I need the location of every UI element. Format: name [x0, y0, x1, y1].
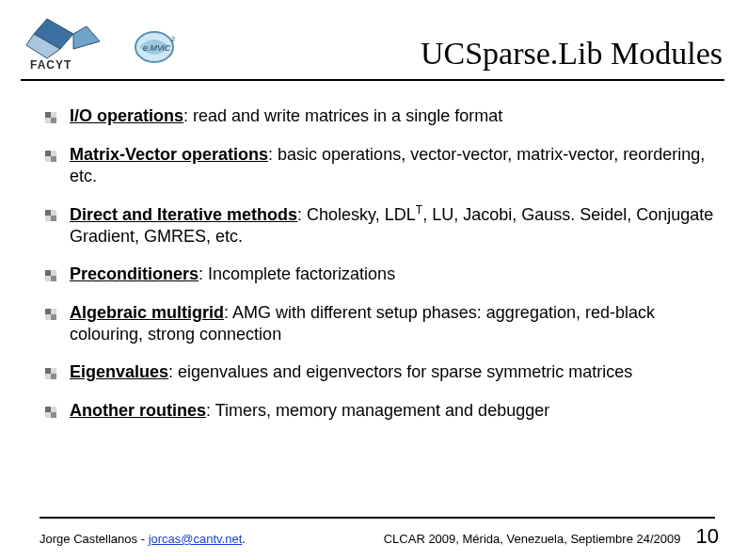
svg-rect-21: [51, 314, 56, 320]
list-item-text: Matrix-Vector operations: basic operatio…: [70, 144, 719, 186]
footer-line: [40, 517, 715, 519]
item-heading-underline: I/O operations: [70, 106, 183, 125]
bullet-icon: [45, 268, 56, 285]
author-email-link[interactable]: jorcas@cantv.net: [149, 532, 243, 546]
list-item: Preconditioners: Incomplete factorizatio…: [45, 264, 719, 285]
list-item-text: Another routines: Timers, memory managem…: [70, 400, 549, 422]
list-item: Eigenvalues: eigenvalues and eigenvector…: [45, 361, 719, 383]
slide-footer: Jorge Castellanos - jorcas@cantv.net. CL…: [0, 524, 747, 549]
item-heading: Matrix-Vector operations: [70, 145, 268, 164]
svg-text:e.MViC: e.MViC: [143, 43, 171, 53]
svg-marker-1: [73, 26, 100, 49]
item-heading: Another routines: [70, 401, 206, 420]
item-heading-underline: Preconditioners: [70, 264, 199, 283]
item-heading-underline: Direct and Iterative methods: [70, 205, 297, 224]
list-item-text: I/O operations: read and write matrices …: [70, 105, 502, 127]
item-rest-pre: : Cholesky, LDL: [297, 205, 416, 224]
list-item: Algebraic multigrid: AMG with different …: [45, 302, 719, 344]
svg-rect-12: [51, 156, 56, 162]
bullet-icon: [45, 208, 56, 225]
slide-content: I/O operations: read and write matrices …: [0, 81, 747, 448]
bullet-icon: [45, 110, 56, 127]
svg-rect-8: [45, 112, 51, 118]
list-item: Another routines: Timers, memory managem…: [45, 400, 719, 422]
slide-title: UCSparse.Lib Modules: [183, 36, 724, 72]
facyt-logo: FACYT: [21, 17, 124, 72]
item-rest: : Timers, memory management and debugger: [206, 401, 549, 420]
bullet-icon: [45, 307, 56, 324]
item-heading-underline: Another routines: [70, 401, 206, 420]
item-heading: Algebraic multigrid: [70, 303, 224, 322]
item-heading: Eigenvalues: [70, 362, 168, 381]
svg-rect-23: [45, 368, 51, 374]
svg-rect-15: [51, 216, 56, 221]
svg-rect-20: [45, 309, 51, 314]
bullet-icon: [45, 149, 56, 166]
item-rest: : Incomplete factorizations: [199, 264, 395, 283]
svg-text:FACYT: FACYT: [30, 58, 72, 72]
svg-rect-9: [51, 118, 56, 123]
list-item-text: Algebraic multigrid: AMG with different …: [70, 302, 719, 344]
author-name: Jorge Castellanos -: [40, 532, 149, 546]
list-item-text: Preconditioners: Incomplete factorizatio…: [70, 264, 395, 285]
slide-header: FACYT e.MViC 2 UCSparse.Lib Modules: [0, 0, 747, 79]
list-item-text: Eigenvalues: eigenvalues and eigenvector…: [70, 361, 632, 383]
list-item: Direct and Iterative methods: Cholesky, …: [45, 203, 719, 247]
svg-rect-24: [51, 374, 56, 379]
emvic-logo: e.MViC 2: [130, 24, 183, 72]
item-heading-underline: Matrix-Vector operations: [70, 145, 268, 164]
list-item: I/O operations: read and write matrices …: [45, 105, 719, 127]
item-heading-underline: Eigenvalues: [70, 362, 168, 381]
list-item-text: Direct and Iterative methods: Cholesky, …: [70, 203, 719, 247]
footer-venue: CLCAR 2009, Mérida, Venezuela, Septiembr…: [384, 532, 681, 546]
page-number: 10: [696, 524, 719, 549]
email-dot: .: [242, 532, 246, 546]
bullet-icon: [45, 405, 56, 422]
item-heading: Preconditioners: [70, 264, 199, 283]
item-heading: I/O operations: [70, 106, 183, 125]
logo-area: FACYT e.MViC 2: [21, 17, 183, 72]
svg-rect-11: [45, 151, 51, 156]
item-rest: : read and write matrices in a single fo…: [183, 106, 502, 125]
svg-text:2: 2: [171, 36, 175, 42]
bullet-icon: [45, 366, 56, 383]
svg-rect-18: [51, 276, 56, 281]
footer-author: Jorge Castellanos - jorcas@cantv.net.: [40, 532, 246, 546]
item-heading: Direct and Iterative methods: [70, 205, 297, 224]
svg-rect-27: [51, 412, 56, 418]
svg-rect-26: [45, 407, 51, 412]
list-item: Matrix-Vector operations: basic operatio…: [45, 144, 719, 186]
item-rest: : eigenvalues and eigenvectors for spars…: [168, 362, 632, 381]
svg-rect-14: [45, 210, 51, 216]
svg-rect-17: [45, 270, 51, 276]
footer-right: CLCAR 2009, Mérida, Venezuela, Septiembr…: [384, 524, 719, 549]
item-heading-underline: Algebraic multigrid: [70, 303, 224, 322]
